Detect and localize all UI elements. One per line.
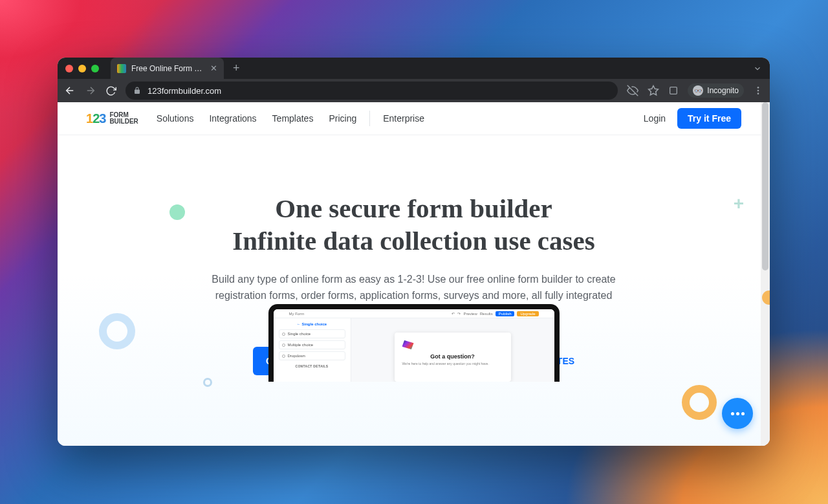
mockup-sidebar: ← Single choice Single choice Multiple c… (274, 318, 351, 382)
new-tab-button[interactable]: + (233, 61, 240, 75)
eye-off-icon[interactable] (627, 85, 638, 96)
mockup-item-0: Single choice (288, 332, 311, 336)
svg-point-6 (757, 90, 759, 92)
bookmark-star-icon[interactable] (648, 85, 659, 96)
decor-ring-small (203, 378, 212, 387)
chat-button[interactable] (722, 398, 753, 429)
nav-pricing[interactable]: Pricing (329, 113, 356, 124)
svg-point-7 (757, 93, 759, 94)
mockup-section: CONTACT DETAILS (279, 364, 345, 368)
mockup-item-1: Multiple choice (288, 343, 314, 347)
svg-marker-3 (649, 86, 659, 95)
chat-icon (731, 412, 745, 415)
svg-point-5 (757, 87, 759, 89)
incognito-icon: 👓 (693, 85, 703, 96)
mockup-topbar: My Form ↶↷ Preview Results Publish Upgra… (274, 309, 554, 318)
mockup-results: Results (480, 312, 493, 316)
decor-ring-orange (682, 385, 717, 420)
mockup-title: My Form (289, 312, 305, 316)
decor-dot-orange (762, 290, 770, 305)
logo-text-bottom: BUILDER (109, 118, 138, 125)
nav-templates[interactable]: Templates (272, 113, 314, 124)
close-tab-icon[interactable]: ✕ (210, 63, 217, 73)
url-text: 123formbuilder.com (147, 86, 221, 96)
mockup-side-header: Single choice (301, 322, 327, 326)
login-link[interactable]: Login (644, 113, 666, 124)
try-free-button[interactable]: Try it Free (677, 108, 741, 129)
browser-window: Free Online Form Builder | Form... ✕ + 1… (58, 58, 770, 446)
mockup-upgrade: Upgrade (517, 311, 538, 316)
tab-bar: Free Online Form Builder | Form... ✕ + (58, 58, 770, 79)
forward-button[interactable] (85, 85, 96, 96)
svg-rect-4 (670, 87, 677, 94)
minimize-window-button[interactable] (78, 65, 86, 72)
mockup-card-text: We're here to help and answer any questi… (402, 362, 503, 366)
decor-ring-blue (99, 313, 135, 349)
favicon-icon (117, 64, 126, 73)
main-nav: Solutions Integrations Templates Pricing (157, 113, 356, 124)
site-header: 123 FORMBUILDER Solutions Integrations T… (58, 102, 770, 135)
hero-title-line2: Infinite data collection use cases (232, 226, 594, 256)
lock-icon (133, 87, 141, 94)
extensions-icon[interactable] (668, 85, 679, 96)
tab-title: Free Online Form Builder | Form... (131, 64, 205, 73)
hero-title: One secure form builder Infinite data co… (58, 192, 770, 257)
page-content: 123 FORMBUILDER Solutions Integrations T… (58, 102, 770, 446)
mockup-publish: Publish (496, 311, 515, 316)
maximize-window-button[interactable] (91, 65, 99, 72)
nav-solutions[interactable]: Solutions (157, 113, 194, 124)
incognito-label: Incognito (707, 86, 739, 95)
hero-title-line1: One secure form builder (275, 193, 552, 223)
mockup-item-2: Dropdown (288, 354, 305, 358)
nav-enterprise[interactable]: Enterprise (383, 113, 424, 124)
hero-section: + One secure form builder Infinite data … (58, 135, 770, 375)
close-window-button[interactable] (65, 65, 73, 72)
incognito-badge[interactable]: 👓 Incognito (688, 83, 744, 98)
nav-integrations[interactable]: Integrations (209, 113, 256, 124)
swirl-icon (402, 340, 414, 349)
browser-tab[interactable]: Free Online Form Builder | Form... ✕ (111, 58, 224, 79)
mockup-card-title: Got a question? (402, 353, 503, 360)
back-button[interactable] (64, 85, 76, 96)
product-mockup: My Form ↶↷ Preview Results Publish Upgra… (268, 304, 560, 382)
address-bar: 123formbuilder.com 👓 Incognito (58, 79, 770, 102)
nav-enterprise-wrap: Enterprise (383, 113, 424, 124)
url-input[interactable]: 123formbuilder.com (125, 82, 618, 100)
traffic-lights (65, 65, 99, 72)
tabs-dropdown-icon[interactable] (753, 64, 762, 73)
logo[interactable]: 123 FORMBUILDER (86, 111, 138, 126)
browser-menu-icon[interactable] (753, 85, 763, 96)
reload-button[interactable] (105, 85, 116, 96)
nav-separator (369, 111, 370, 126)
mockup-preview: Preview (463, 312, 477, 316)
mockup-card: Got a question? We're here to help and a… (395, 333, 511, 382)
